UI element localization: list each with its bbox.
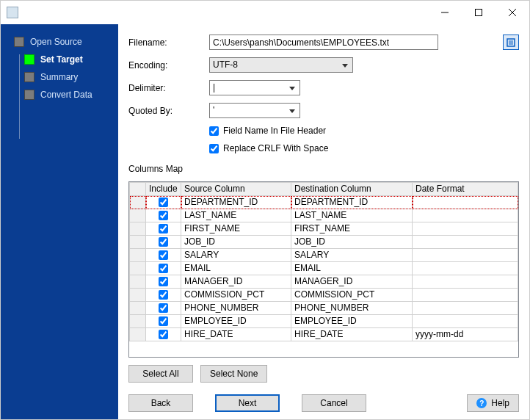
table-row[interactable]: DEPARTMENT_IDDEPARTMENT_ID <box>130 196 518 209</box>
include-hdr[interactable]: Include <box>146 183 181 196</box>
table-row[interactable]: EMAILEMAIL <box>130 262 518 275</box>
table-row[interactable]: JOB_IDJOB_ID <box>130 236 518 249</box>
include-cell[interactable] <box>146 262 181 275</box>
source-cell[interactable]: DEPARTMENT_ID <box>181 196 291 209</box>
include-checkbox[interactable] <box>159 316 168 326</box>
source-cell[interactable]: SALARY <box>181 249 291 262</box>
include-cell[interactable] <box>146 209 181 222</box>
select-all-button[interactable]: Select All <box>128 365 193 383</box>
nav-item-convert-data[interactable]: Convert Data <box>1 86 118 104</box>
maximize-button[interactable] <box>462 1 495 24</box>
destination-cell[interactable]: HIRE_DATE <box>291 328 413 341</box>
next-button[interactable]: Next <box>215 394 280 412</box>
include-checkbox[interactable] <box>159 290 168 300</box>
include-checkbox[interactable] <box>159 277 168 286</box>
select-none-button[interactable]: Select None <box>200 365 267 383</box>
include-checkbox[interactable] <box>159 224 168 233</box>
delimiter-label: Delimiter: <box>128 83 209 93</box>
include-checkbox[interactable] <box>159 303 168 313</box>
node-icon <box>24 90 35 100</box>
date-format-cell[interactable] <box>413 222 518 236</box>
table-row[interactable]: HIRE_DATEHIRE_DATEyyyy-mm-dd <box>130 328 518 341</box>
source-cell[interactable]: EMAIL <box>181 262 291 275</box>
source-cell[interactable]: MANAGER_ID <box>181 275 291 289</box>
quoted-select[interactable]: ' <box>209 103 300 118</box>
source-cell[interactable]: JOB_ID <box>181 236 291 249</box>
close-button[interactable] <box>495 1 529 24</box>
include-checkbox[interactable] <box>159 211 168 220</box>
destination-cell[interactable]: MANAGER_ID <box>291 275 413 289</box>
destination-cell[interactable]: SALARY <box>291 249 413 262</box>
date-format-cell[interactable] <box>413 302 518 315</box>
row-hdr-cell <box>130 289 146 302</box>
cancel-button[interactable]: Cancel <box>302 394 366 412</box>
table-row[interactable]: LAST_NAMELAST_NAME <box>130 209 518 222</box>
date-format-cell[interactable]: yyyy-mm-dd <box>413 328 518 341</box>
include-checkbox[interactable] <box>159 330 168 339</box>
table-row[interactable]: EMPLOYEE_IDEMPLOYEE_ID <box>130 315 518 328</box>
include-cell[interactable] <box>146 315 181 328</box>
nav-item-set-target[interactable]: Set Target <box>1 51 118 68</box>
source-cell[interactable]: EMPLOYEE_ID <box>181 315 291 328</box>
field-header-checkbox[interactable] <box>209 126 219 136</box>
source-cell[interactable]: LAST_NAME <box>181 209 291 222</box>
date-format-hdr[interactable]: Date Format <box>413 183 518 196</box>
filename-input[interactable] <box>209 35 438 50</box>
include-checkbox[interactable] <box>159 250 168 260</box>
date-format-cell[interactable] <box>413 275 518 289</box>
nav-item-open-source[interactable]: Open Source <box>1 33 118 51</box>
date-format-cell[interactable] <box>413 262 518 275</box>
source-hdr[interactable]: Source Column <box>181 183 291 196</box>
destination-cell[interactable]: LAST_NAME <box>291 209 413 222</box>
date-format-cell[interactable] <box>413 289 518 302</box>
back-button[interactable]: Back <box>128 394 193 412</box>
destination-cell[interactable]: FIRST_NAME <box>291 222 413 236</box>
table-row[interactable]: FIRST_NAMEFIRST_NAME <box>130 222 518 236</box>
browse-button[interactable] <box>503 35 519 50</box>
table-row[interactable]: PHONE_NUMBERPHONE_NUMBER <box>130 302 518 315</box>
include-cell[interactable] <box>146 302 181 315</box>
source-cell[interactable]: COMMISSION_PCT <box>181 289 291 302</box>
destination-cell[interactable]: JOB_ID <box>291 236 413 249</box>
include-cell[interactable] <box>146 289 181 302</box>
include-cell[interactable] <box>146 236 181 249</box>
delimiter-value: | <box>213 82 215 93</box>
include-cell[interactable] <box>146 222 181 236</box>
destination-cell[interactable]: COMMISSION_PCT <box>291 289 413 302</box>
include-checkbox[interactable] <box>159 237 168 247</box>
svg-rect-1 <box>476 10 482 16</box>
filename-label: Filename: <box>128 37 209 48</box>
row-hdr-cell <box>130 249 146 262</box>
include-cell[interactable] <box>146 249 181 262</box>
include-cell[interactable] <box>146 328 181 341</box>
include-checkbox[interactable] <box>159 264 168 273</box>
destination-cell[interactable]: DEPARTMENT_ID <box>291 196 413 209</box>
replace-crlf-checkbox[interactable] <box>209 144 219 153</box>
minimize-button[interactable] <box>428 1 462 24</box>
help-button[interactable]: ? Help <box>467 394 519 412</box>
source-cell[interactable]: FIRST_NAME <box>181 222 291 236</box>
destination-cell[interactable]: PHONE_NUMBER <box>291 302 413 315</box>
source-cell[interactable]: HIRE_DATE <box>181 328 291 341</box>
include-checkbox[interactable] <box>159 198 168 207</box>
table-row[interactable]: MANAGER_IDMANAGER_ID <box>130 275 518 289</box>
table-row[interactable]: COMMISSION_PCTCOMMISSION_PCT <box>130 289 518 302</box>
date-format-cell[interactable] <box>413 249 518 262</box>
date-format-cell[interactable] <box>413 209 518 222</box>
window-controls <box>428 1 529 24</box>
row-hdr-col <box>130 183 146 196</box>
encoding-select[interactable]: UTF-8 <box>209 57 353 73</box>
destination-hdr[interactable]: Destination Column <box>291 183 413 196</box>
destination-cell[interactable]: EMAIL <box>291 262 413 275</box>
source-cell[interactable]: PHONE_NUMBER <box>181 302 291 315</box>
include-cell[interactable] <box>146 275 181 289</box>
row-hdr-cell <box>130 275 146 289</box>
date-format-cell[interactable] <box>413 315 518 328</box>
destination-cell[interactable]: EMPLOYEE_ID <box>291 315 413 328</box>
date-format-cell[interactable] <box>413 236 518 249</box>
include-cell[interactable] <box>146 196 181 209</box>
delimiter-select[interactable]: | <box>209 80 300 95</box>
nav-item-summary[interactable]: Summary <box>1 68 118 86</box>
table-row[interactable]: SALARYSALARY <box>130 249 518 262</box>
date-format-cell[interactable] <box>413 196 518 209</box>
